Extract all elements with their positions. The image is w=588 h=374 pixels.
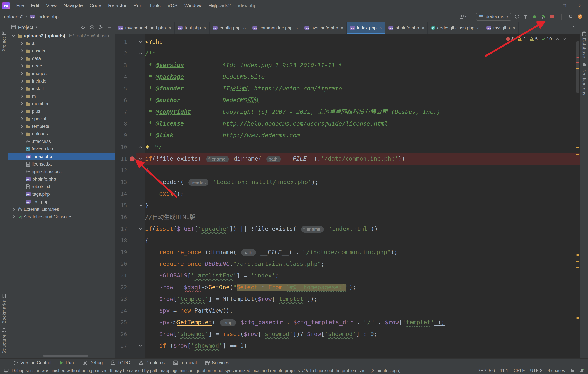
maximize-button[interactable]: □ bbox=[556, 0, 572, 11]
intention-bulb-icon[interactable] bbox=[145, 145, 150, 149]
readonly-lock-icon[interactable] bbox=[570, 368, 574, 373]
tab-mychannel-add-php[interactable]: phpmychannel_add.php× bbox=[115, 22, 175, 33]
chevron-right-icon[interactable] bbox=[20, 64, 24, 68]
code-with-me-caret-icon[interactable]: ▾ bbox=[465, 15, 466, 19]
toolwindow-button-bookmarks[interactable]: Bookmarks bbox=[2, 294, 6, 323]
breakpoint-gutter[interactable] bbox=[128, 141, 136, 153]
fold-icon[interactable] bbox=[136, 340, 145, 352]
code-text[interactable]: $row['showmod'] = isset($row['showmod'])… bbox=[145, 328, 580, 340]
tab-close-icon[interactable]: × bbox=[204, 25, 206, 31]
toolwindow-toggle-icon[interactable] bbox=[4, 368, 9, 373]
breakpoint-gutter[interactable] bbox=[128, 223, 136, 235]
tab-close-icon[interactable]: × bbox=[379, 25, 382, 31]
chevron-right-icon[interactable] bbox=[20, 49, 24, 53]
tree-item-install[interactable]: install bbox=[8, 85, 115, 92]
breakpoint-gutter[interactable] bbox=[128, 317, 136, 328]
code-text[interactable]: header( header: 'Location:install/index.… bbox=[145, 176, 580, 188]
code-text[interactable]: { bbox=[145, 235, 580, 246]
fold-icon[interactable] bbox=[136, 200, 145, 212]
breakpoint-gutter[interactable] bbox=[128, 235, 136, 246]
tree-item-test-php[interactable]: phptest.php bbox=[8, 198, 115, 205]
php-interpreter[interactable]: PHP: 5.6 bbox=[478, 368, 495, 373]
project-view-caret-icon[interactable]: ▾ bbox=[36, 25, 37, 29]
debug-icon[interactable] bbox=[532, 14, 537, 19]
menu-code[interactable]: Code bbox=[86, 0, 105, 11]
menu-refactor[interactable]: Refactor bbox=[105, 0, 130, 11]
stripe-mark[interactable] bbox=[576, 57, 579, 58]
code-text[interactable]: if ($row['showmod'] == 1) bbox=[145, 340, 580, 352]
tree-item-tags-php[interactable]: phptags.php bbox=[8, 190, 115, 198]
fold-icon[interactable] bbox=[136, 36, 145, 48]
code-text[interactable]: * @founder IT柏拉图, https://weibo.com/itpr… bbox=[145, 83, 580, 95]
file-encoding[interactable]: UTF-8 bbox=[530, 368, 542, 373]
breakpoint-gutter[interactable] bbox=[128, 293, 136, 305]
menu-edit[interactable]: Edit bbox=[28, 0, 43, 11]
tree-item-dede[interactable]: dede bbox=[8, 62, 115, 70]
tree-item-uploads[interactable]: uploads bbox=[8, 130, 115, 138]
sync-icon[interactable] bbox=[514, 14, 519, 19]
code-text[interactable]: /** bbox=[145, 48, 580, 60]
tab-close-icon[interactable]: × bbox=[422, 25, 424, 31]
inspections-widget[interactable]: !32510 bbox=[504, 35, 568, 42]
editor[interactable]: 1<?php2/**3 * @version $Id: index.php 1 … bbox=[115, 34, 580, 358]
breakpoint-gutter[interactable] bbox=[128, 305, 136, 317]
code-text[interactable]: if(!file_exists( filename: dirname( path… bbox=[145, 153, 580, 165]
code-text[interactable]: $pv = new PartView(); bbox=[145, 305, 580, 317]
caret-position[interactable]: 11:1 bbox=[500, 368, 508, 373]
code-text[interactable]: $row['templet'] = MfTemplet($row['temple… bbox=[145, 293, 580, 305]
indent-style[interactable]: 4 spaces bbox=[548, 368, 565, 373]
code-text[interactable]: */ bbox=[145, 141, 580, 153]
chevron-right-icon[interactable] bbox=[20, 132, 24, 136]
toolwindow-problems[interactable]: Problems bbox=[139, 360, 165, 365]
tab-close-icon[interactable]: × bbox=[477, 25, 480, 31]
stripe-mark[interactable] bbox=[576, 267, 579, 268]
chevron-right-icon[interactable] bbox=[20, 124, 24, 128]
tab-close-icon[interactable]: × bbox=[295, 25, 298, 31]
code-text[interactable]: exit(); bbox=[145, 188, 580, 200]
hide-panel-icon[interactable] bbox=[107, 25, 112, 29]
code-text[interactable]: * @copyright Copyright (c) 2007 - 2021, … bbox=[145, 106, 580, 118]
breakpoint-gutter[interactable] bbox=[128, 60, 136, 71]
code-text[interactable]: * @author DedeCMS团队 bbox=[145, 95, 580, 106]
breakpoint-gutter[interactable] bbox=[128, 118, 136, 130]
prev-problem-icon[interactable] bbox=[555, 37, 559, 41]
tree-item-member[interactable]: member bbox=[8, 100, 115, 107]
run-configuration-combo[interactable]: dedecms ▾ bbox=[476, 13, 511, 21]
code-text[interactable]: * @license http://help.dedecms.com/users… bbox=[145, 118, 580, 130]
tree-item-images[interactable]: images bbox=[8, 70, 115, 77]
line-separator[interactable]: CRLF bbox=[514, 368, 525, 373]
menu-view[interactable]: View bbox=[43, 0, 60, 11]
breakpoint-gutter[interactable] bbox=[128, 200, 136, 212]
tab-close-icon[interactable]: × bbox=[513, 25, 515, 31]
tree-item-htaccess[interactable]: .htaccess bbox=[8, 138, 115, 145]
chevron-right-icon[interactable] bbox=[11, 207, 16, 211]
fold-icon[interactable] bbox=[136, 141, 145, 153]
tree-item-nginx-htaccess[interactable]: nginx.htaccess bbox=[8, 168, 115, 175]
tab-dedesqli-class-php[interactable]: Cdedesqli.class.php× bbox=[428, 22, 483, 33]
tree-item-templets[interactable]: templets bbox=[8, 123, 115, 130]
breakpoint-gutter[interactable] bbox=[128, 106, 136, 118]
tab-config-php[interactable]: phpconfig.php× bbox=[210, 22, 249, 33]
chevron-right-icon[interactable] bbox=[20, 57, 24, 60]
toolwindow-terminal[interactable]: Terminal bbox=[173, 360, 197, 365]
toolwindow-button-project[interactable]: Project bbox=[2, 31, 6, 52]
breakpoint-gutter[interactable] bbox=[128, 212, 136, 223]
tab-options-icon[interactable]: ⋮ bbox=[568, 22, 580, 33]
tab-index-php[interactable]: phpindex.php× bbox=[347, 22, 385, 33]
chevron-right-icon[interactable] bbox=[20, 102, 24, 106]
tree-item-robots-txt[interactable]: robots.txt bbox=[8, 183, 115, 190]
toolwindow-run[interactable]: Run bbox=[60, 360, 74, 365]
stripe-mark[interactable] bbox=[576, 68, 579, 69]
stripe-mark[interactable] bbox=[576, 147, 579, 148]
chevron-right-icon[interactable] bbox=[20, 72, 24, 75]
tree-item-include[interactable]: include bbox=[8, 77, 115, 85]
tab-close-icon[interactable]: × bbox=[168, 25, 171, 31]
code-text[interactable]: $GLOBALS['_arclistEnv'] = 'index'; bbox=[145, 270, 580, 282]
menu-tools[interactable]: Tools bbox=[146, 0, 164, 11]
listen-debug-connections-icon[interactable] bbox=[541, 14, 546, 19]
breakpoint-gutter[interactable] bbox=[128, 340, 136, 352]
fold-icon[interactable] bbox=[136, 153, 145, 165]
breakpoint-gutter[interactable] bbox=[128, 95, 136, 106]
minimize-button[interactable]: – bbox=[541, 0, 556, 11]
close-button[interactable]: × bbox=[572, 0, 588, 11]
